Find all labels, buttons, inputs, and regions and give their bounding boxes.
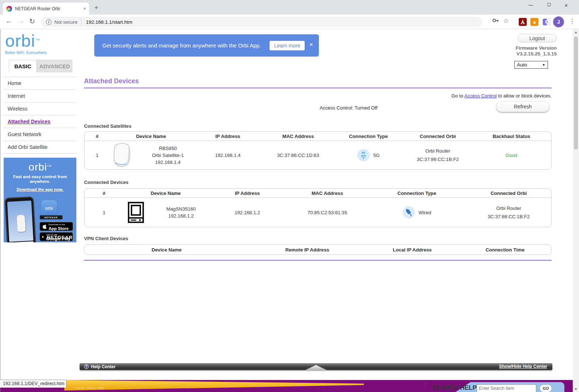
browser-menu-icon[interactable]: ⋮ xyxy=(569,18,575,25)
sidebar-item-guest-network[interactable]: Guest Network xyxy=(4,128,76,141)
logo-tagline: Better WiFi. Everywhere. xyxy=(5,50,47,55)
browser-status-bar: 192.168.1.1/DEV_redirect.htm xyxy=(0,380,66,388)
bookmark-star-icon[interactable]: ☆ xyxy=(503,17,509,25)
devices-header-row: # Device Name IP Address MAC Address Con… xyxy=(84,189,551,198)
tab-advanced[interactable]: ADVANCED xyxy=(37,60,72,72)
vpn-header-row: Device Name Remote IP Address Local IP A… xyxy=(84,245,551,254)
access-control-link[interactable]: Access Control xyxy=(464,93,497,99)
security-label: Not secure xyxy=(54,19,77,25)
col-num: # xyxy=(84,134,110,139)
app-store-pre: Download on the xyxy=(49,223,69,226)
search-go-button[interactable]: GO xyxy=(540,384,552,392)
tab-close-icon[interactable]: × xyxy=(83,6,86,11)
sidebar-item-attached-devices[interactable]: Attached Devices xyxy=(4,115,76,128)
key-icon[interactable] xyxy=(492,16,500,24)
orbi-app-banner: Get security alerts and manage from anyw… xyxy=(94,34,319,57)
banner-text: Get security alerts and manage from anyw… xyxy=(102,42,261,49)
search-help-panel: SEARCH HELP GO xyxy=(424,382,564,392)
amazon-extension-icon[interactable]: a xyxy=(530,18,538,26)
orbi-app-ad: orbiTM Fast and easy control from anywhe… xyxy=(4,158,76,242)
svg-text:5G: 5G xyxy=(361,151,365,154)
col-connected-orbi: Connected Orbi xyxy=(466,191,551,196)
address-bar[interactable]: i Not secure 192.168.1.1/start.htm xyxy=(41,17,482,27)
col-connection-type: Connection Type xyxy=(367,191,466,196)
device-num: 1 xyxy=(84,209,124,216)
col-connection-time: Connection Time xyxy=(459,247,551,253)
col-device-name: Device Name xyxy=(84,247,249,253)
blue-extension-icon[interactable] xyxy=(542,18,550,26)
sidebar-item-add-orbi-satellite[interactable]: Add Orbi Satellite xyxy=(4,141,76,154)
connected-satellites-title: Connected Satellites xyxy=(84,123,132,129)
url-text[interactable]: 192.168.1.1/start.htm xyxy=(86,19,133,25)
app-store-badge[interactable]: Download on theApp Store xyxy=(39,222,73,231)
browser-tab[interactable]: N NETGEAR Router Orbi × xyxy=(3,3,89,15)
language-select[interactable]: Auto ▼ xyxy=(514,61,548,69)
tab-basic[interactable]: BASIC xyxy=(9,60,37,72)
device-name: MagSN35160 xyxy=(155,205,207,212)
reload-icon[interactable]: ↻ xyxy=(29,17,35,26)
help-center-bar[interactable]: ? Help Center Show/Hide Help Center xyxy=(80,363,552,370)
scroll-down-icon[interactable]: ▼ xyxy=(573,386,579,392)
satellite-mac: 3C:37:86:CC:1D:63 xyxy=(263,152,333,159)
wifi-5g-icon: 5G xyxy=(357,149,370,161)
satellite-model: RBS850 xyxy=(144,145,192,152)
phone-notch xyxy=(13,198,24,201)
device-connection-type: Wired xyxy=(419,210,431,215)
phone-screen-orbi-device xyxy=(17,215,26,232)
refresh-button[interactable]: Refresh xyxy=(496,101,549,112)
download-app-link[interactable]: Download the app now. xyxy=(4,187,76,192)
address-divider xyxy=(81,19,81,25)
browser-titlebar: N NETGEAR Router Orbi × + — ☐ × xyxy=(0,0,579,15)
satellite-row: 1 RBS850 Orbi Satellite-1 192.168.1.4 19… xyxy=(84,141,551,169)
ad-headline: Fast and easy control from anywhere. xyxy=(11,174,69,184)
goto-suffix: to allow or block devices. xyxy=(497,93,552,99)
browser-window: N NETGEAR Router Orbi × + — ☐ × ← → ↻ i … xyxy=(0,0,579,392)
app-store-label: App Store xyxy=(49,226,69,231)
backhaul-status: Good xyxy=(472,152,551,159)
window-close-button[interactable]: × xyxy=(561,2,572,8)
help-expand-arrow-icon[interactable] xyxy=(304,365,328,370)
google-play-icon xyxy=(42,234,45,239)
scroll-up-icon[interactable]: ▲ xyxy=(573,29,579,35)
device-row: 1 MagSN35160 192.168.1.2 192.168.1.2 xyxy=(84,198,551,227)
connected-devices-title: Connected Devices xyxy=(84,180,129,185)
new-tab-button[interactable]: + xyxy=(94,4,98,12)
footer-links-clip: | FAQ | GNU GPL xyxy=(73,385,227,389)
window-maximize-button[interactable]: ☐ xyxy=(544,2,555,7)
window-minimize-button[interactable]: — xyxy=(525,2,536,8)
learn-more-button[interactable]: Learn more xyxy=(270,41,305,50)
chevron-down-icon: ▼ xyxy=(542,63,545,67)
device-connected-orbi: Orbi Router 3C:37:86:CC:1B:F2 xyxy=(466,204,551,221)
adobe-extension-icon[interactable] xyxy=(519,18,527,26)
vpn-devices-title: VPN Client Devices xyxy=(84,236,128,241)
phone-screen xyxy=(7,200,34,242)
col-mac: MAC Address xyxy=(263,134,333,139)
col-mac: MAC Address xyxy=(287,191,367,196)
satellite-name-ip: 192.168.1.4 xyxy=(144,159,192,166)
device-name-ip: 192.168.1.2 xyxy=(155,212,207,219)
device-ip: 192.168.1.2 xyxy=(207,209,287,216)
profile-avatar[interactable]: J xyxy=(553,16,564,27)
forward-icon[interactable]: → xyxy=(18,17,24,25)
col-device-name: Device Name xyxy=(110,134,192,139)
page-scrollbar[interactable]: ▲ ▼ xyxy=(573,29,579,392)
title-rule xyxy=(84,88,552,88)
col-remote-ip: Remote IP Address xyxy=(249,247,366,253)
sidebar-item-home[interactable]: Home xyxy=(4,77,76,90)
sidebar-item-wireless[interactable]: Wireless xyxy=(4,103,76,115)
search-help-input[interactable] xyxy=(477,384,536,392)
apple-icon xyxy=(42,224,47,229)
netgear-wordmark: NETGEAR xyxy=(47,235,73,240)
satellite-connected-orbi: Orbi Router 3C:37:86:CC:1B:F2 xyxy=(404,147,472,164)
banner-close-icon[interactable]: × xyxy=(309,41,313,49)
back-icon[interactable]: ← xyxy=(5,17,12,25)
logout-button[interactable]: Logout xyxy=(518,34,557,42)
show-hide-help-link[interactable]: Show/Hide Help Center xyxy=(499,364,547,369)
firmware-value: V3.2.15.25_1.3.15 xyxy=(438,51,557,57)
scroll-thumb[interactable] xyxy=(574,36,578,150)
connected-orbi-mac: 3C:37:86:CC:1B:F2 xyxy=(466,212,551,221)
sidebar-item-internet[interactable]: Internet xyxy=(4,90,76,103)
satellite-name: Orbi Satellite-1 xyxy=(144,152,192,159)
satellite-connection-type: 5G xyxy=(373,153,380,158)
info-icon[interactable]: i xyxy=(46,19,52,25)
